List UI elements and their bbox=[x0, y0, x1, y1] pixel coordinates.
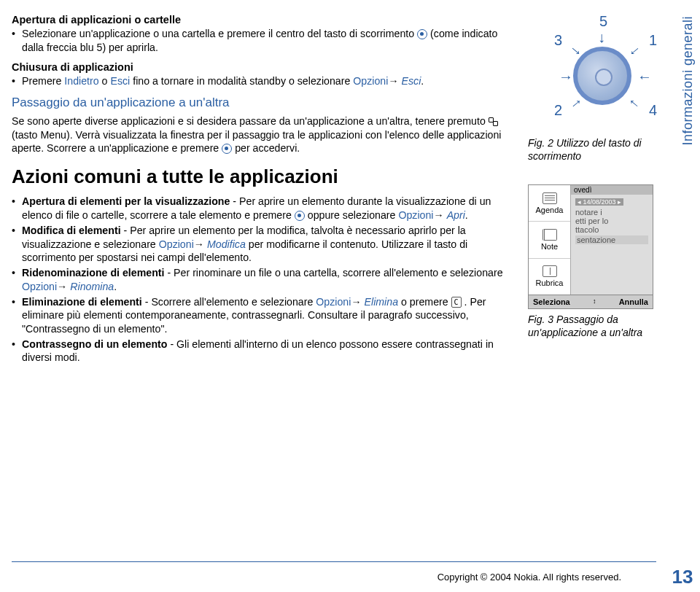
b3-end: . bbox=[114, 281, 117, 292]
b3-arrow: → bbox=[57, 281, 70, 292]
num3: 3 bbox=[554, 32, 562, 49]
b4-arrow: → bbox=[351, 296, 364, 308]
arrow-down-icon: ↓ bbox=[598, 29, 605, 46]
b2-ital: Modifica bbox=[207, 238, 246, 250]
bullet-mark: Contrassegno di un elemento - Gli elemen… bbox=[12, 338, 512, 365]
b1-end: . bbox=[465, 209, 468, 221]
arrow-diag4-icon: ← bbox=[623, 92, 645, 114]
list-common: Apertura di elementi per la visualizzazi… bbox=[12, 195, 512, 365]
side-tab-label: Informazioni generali bbox=[680, 16, 696, 146]
arrow-right-icon: → bbox=[559, 69, 573, 85]
t-pre: Premere bbox=[22, 75, 64, 87]
m1: Agenda bbox=[536, 206, 564, 214]
menu-key-icon bbox=[489, 116, 499, 126]
b5-bold: Contrassegno di un elemento bbox=[22, 338, 167, 350]
b3-a: - Per rinominare un file o una cartella,… bbox=[165, 267, 503, 279]
num2: 2 bbox=[554, 102, 562, 119]
b1-bold: Apertura di elementi per la visualizzazi… bbox=[22, 195, 230, 207]
num5: 5 bbox=[599, 13, 607, 30]
b4-bold: Eliminazione di elementi bbox=[22, 296, 142, 308]
list-chiusura: Premere Indietro o Esci fino a tornare i… bbox=[12, 74, 512, 88]
fig3-phone: Agenda Note Rubrica ovedì ◂ 14/08/2003 ▸… bbox=[528, 184, 653, 309]
bullet-apertura: Selezionare un'applicazione o una cartel… bbox=[12, 27, 512, 54]
bullet-modify: Modifica di elementi - Per aprire un ele… bbox=[12, 224, 512, 265]
b3-bold: Ridenominazione di elementi bbox=[22, 267, 165, 279]
arrow-diag1-icon: ← bbox=[623, 39, 645, 61]
m2: Note bbox=[541, 242, 558, 251]
menu-note: Note bbox=[529, 222, 570, 258]
pc-l3: ttacolo bbox=[575, 225, 648, 234]
b1-ital: Apri bbox=[447, 209, 465, 221]
page-number: 13 bbox=[665, 566, 700, 588]
bullet-rename: Ridenominazione di elementi - Per rinomi… bbox=[12, 266, 512, 293]
menu-rubrica: Rubrica bbox=[529, 259, 570, 295]
soft-right: Annulla bbox=[619, 297, 648, 306]
fig3-caption: Fig. 3 Passaggio da un'applicazione a un… bbox=[524, 313, 691, 339]
joystick-icon bbox=[417, 29, 427, 39]
t-mid2: fino a tornare in modalità standby o sel… bbox=[130, 75, 353, 87]
main-columns: Apertura di applicazioni o cartelle Sele… bbox=[0, 0, 700, 540]
b1-arrow: → bbox=[433, 209, 446, 221]
phone-softkeys: Seleziona ↕ Annulla bbox=[529, 295, 653, 308]
footer: Copyright © 2004 Nokia. All rights reser… bbox=[0, 561, 700, 592]
bullet-apertura-text: Selezionare un'applicazione o una cartel… bbox=[22, 28, 414, 39]
link-esci: Esci bbox=[110, 75, 130, 87]
b2-bold: Modifica di elementi bbox=[22, 225, 121, 236]
contacts-icon bbox=[542, 265, 557, 277]
joystick-icon-2 bbox=[222, 144, 232, 154]
link-opzioni: Opzioni bbox=[353, 75, 388, 87]
arrow-left-icon: ← bbox=[637, 69, 652, 85]
num4: 4 bbox=[649, 102, 657, 119]
phone-menu: Agenda Note Rubrica bbox=[529, 185, 571, 295]
p-passaggio: Se sono aperte diverse applicazioni e si… bbox=[12, 114, 512, 155]
pc-l1: notare i bbox=[575, 208, 648, 217]
soft-mid-icon: ↕ bbox=[593, 297, 596, 306]
t-mid1: o bbox=[99, 75, 111, 87]
h-azioni-comuni: Azioni comuni a tutte le applicazioni bbox=[12, 164, 512, 189]
b2-link: Opzioni bbox=[159, 238, 194, 250]
bullet-delete: Eliminazione di elementi - Scorrere all'… bbox=[12, 295, 512, 336]
t-arrow: → bbox=[388, 75, 401, 87]
b4-ital: Elimina bbox=[365, 296, 399, 308]
text-column: Apertura di applicazioni o cartelle Sele… bbox=[12, 12, 524, 540]
b4-a: - Scorrere all'elemento e selezionare bbox=[142, 296, 316, 308]
link-indietro: Indietro bbox=[64, 75, 98, 87]
list-apertura: Selezionare un'applicazione o una cartel… bbox=[12, 27, 512, 54]
figure-column: ↓ → ← → ← → ← 5 3 1 2 4 Fig. 2 Utilizzo … bbox=[524, 12, 691, 540]
m3: Rubrica bbox=[536, 279, 564, 287]
b1-link: Opzioni bbox=[398, 209, 433, 221]
b1-or: oppure selezionare bbox=[308, 209, 399, 221]
joystick-icon-3 bbox=[295, 211, 305, 221]
c-key-icon: C bbox=[451, 297, 462, 308]
b2-arrow: → bbox=[194, 238, 207, 250]
fig2-caption: Fig. 2 Utilizzo del tasto di scorrimento bbox=[524, 137, 691, 163]
soft-left: Seleziona bbox=[533, 297, 570, 306]
bullet-chiusura: Premere Indietro o Esci fino a tornare i… bbox=[12, 74, 512, 88]
pc-l4: sentazione bbox=[575, 235, 648, 244]
b3-link: Opzioni bbox=[22, 281, 57, 292]
pc-l2: etti per lo bbox=[575, 217, 648, 225]
p3a: Se sono aperte diverse applicazioni e si… bbox=[12, 115, 489, 127]
t-end: . bbox=[421, 75, 424, 87]
b4-b: o premere bbox=[398, 296, 451, 308]
fig2-diagram: ↓ → ← → ← → ← 5 3 1 2 4 bbox=[526, 16, 680, 133]
pc-head: ovedì bbox=[571, 185, 653, 195]
footer-rule bbox=[12, 561, 656, 562]
pc-date: ◂ 14/08/2003 ▸ bbox=[575, 198, 623, 206]
b4-link: Opzioni bbox=[316, 296, 351, 308]
copyright: Copyright © 2004 Nokia. All rights reser… bbox=[438, 572, 621, 583]
p3c: per accedervi. bbox=[232, 142, 300, 154]
ital-esci: Esci bbox=[402, 75, 421, 87]
bullet-open: Apertura di elementi per la visualizzazi… bbox=[12, 195, 512, 222]
phone-body: Agenda Note Rubrica ovedì ◂ 14/08/2003 ▸… bbox=[529, 185, 653, 295]
phone-content: ovedì ◂ 14/08/2003 ▸ notare i etti per l… bbox=[571, 185, 653, 295]
h-apertura: Apertura di applicazioni o cartelle bbox=[12, 13, 512, 27]
num1: 1 bbox=[649, 32, 657, 49]
h-chiusura: Chiusura di applicazioni bbox=[12, 61, 512, 74]
menu-agenda: Agenda bbox=[529, 185, 570, 222]
b3-ital: Rinomina bbox=[70, 281, 114, 292]
scroll-key-illustration bbox=[573, 47, 631, 105]
calendar-icon bbox=[542, 192, 557, 204]
h-passaggio: Passaggio da un'applicazione a un'altra bbox=[12, 95, 512, 111]
notepad-icon bbox=[542, 229, 557, 241]
